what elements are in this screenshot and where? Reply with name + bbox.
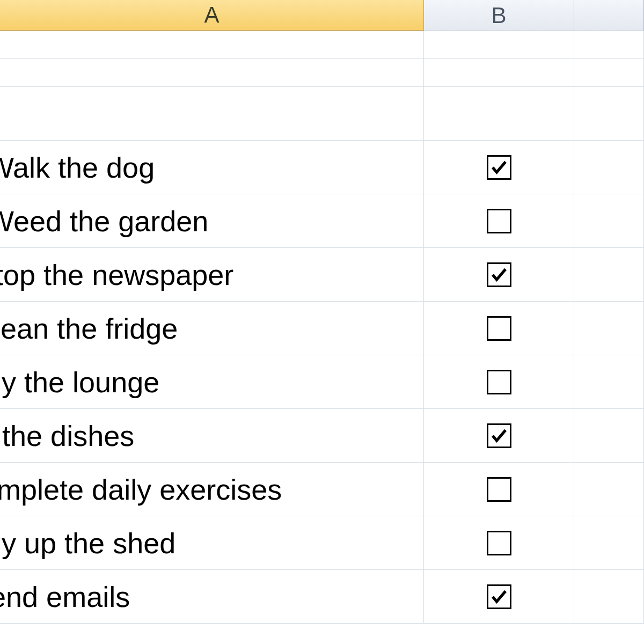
column-header-a[interactable]: A [0,0,424,31]
task-label: Do the dishes [0,419,134,452]
cell[interactable] [574,516,644,569]
task-checkbox-cell[interactable] [424,463,574,516]
task-checkbox-cell[interactable] [424,194,574,247]
task-label-cell[interactable]: Walk the dog [0,141,424,194]
task-label-cell[interactable]: Complete daily exercises [0,463,424,516]
task-label: Stop the newspaper [0,258,233,291]
task-label-cell[interactable]: Weed the garden [0,194,424,247]
task-label: Tidy up the shed [0,526,175,560]
task-checkbox-cell[interactable] [424,570,574,623]
cell[interactable] [574,302,644,355]
checkbox[interactable] [487,584,511,609]
cell[interactable] [574,248,644,301]
column-header-b[interactable]: B [424,0,574,31]
column-header-c[interactable] [574,0,644,31]
spreadsheet: A B Walk the dogWeed the gardenStop the … [0,0,644,644]
cell[interactable] [574,409,644,462]
cell[interactable] [574,194,644,247]
checkbox[interactable] [487,209,511,233]
task-label-cell[interactable]: Stop the newspaper [0,248,424,301]
task-row[interactable]: Complete daily exercises [0,463,644,516]
task-label-cell[interactable]: Send emails [0,570,424,623]
check-icon [489,426,509,445]
task-row[interactable]: Stop the newspaper [0,248,644,302]
cell[interactable] [574,31,644,58]
check-icon [489,587,509,606]
checkbox[interactable] [487,316,511,341]
cell[interactable] [574,87,644,140]
check-icon [489,265,509,284]
task-checkbox-cell[interactable] [424,302,574,355]
task-label: Complete daily exercises [0,473,282,506]
checkbox[interactable] [487,155,511,180]
task-row[interactable]: Clean the fridge [0,302,644,355]
checkbox[interactable] [487,262,511,287]
task-checkbox-cell[interactable] [424,409,574,462]
task-label: Send emails [0,580,130,613]
blank-row[interactable] [0,31,644,59]
task-label: Walk the dog [0,151,155,184]
task-label-cell[interactable]: Do the dishes [0,409,424,462]
task-row[interactable]: Tidy up the shed [0,516,644,570]
task-row[interactable]: Tidy the lounge [0,355,644,409]
cell[interactable] [574,141,644,194]
task-label-cell[interactable]: Tidy up the shed [0,516,424,569]
column-header-row: A B [0,0,644,31]
task-checkbox-cell[interactable] [424,141,574,194]
task-label: Clean the fridge [0,312,178,345]
checkbox[interactable] [487,531,511,555]
cell[interactable] [574,463,644,516]
task-checkbox-cell[interactable] [424,355,574,408]
task-checkbox-cell[interactable] [424,516,574,569]
checkbox[interactable] [487,477,511,502]
cell[interactable] [0,59,424,86]
task-row[interactable]: Walk the dog [0,141,644,194]
blank-row[interactable] [0,59,644,87]
task-label: Tidy the lounge [0,365,159,399]
task-row[interactable]: Weed the garden [0,194,644,248]
cell[interactable] [424,31,574,58]
cell[interactable] [0,87,424,140]
task-label: Weed the garden [0,204,208,238]
checkbox[interactable] [487,423,511,448]
task-row[interactable]: Do the dishes [0,409,644,463]
task-checkbox-cell[interactable] [424,248,574,301]
task-row[interactable]: Send emails [0,570,644,624]
checkbox[interactable] [487,370,511,394]
task-label-cell[interactable]: Clean the fridge [0,302,424,355]
cell[interactable] [574,355,644,408]
blank-row[interactable] [0,87,644,141]
cell[interactable] [0,31,424,58]
cell[interactable] [574,59,644,86]
cell[interactable] [424,87,574,140]
cell[interactable] [424,59,574,86]
check-icon [489,158,509,177]
task-label-cell[interactable]: Tidy the lounge [0,355,424,408]
cell[interactable] [574,570,644,623]
